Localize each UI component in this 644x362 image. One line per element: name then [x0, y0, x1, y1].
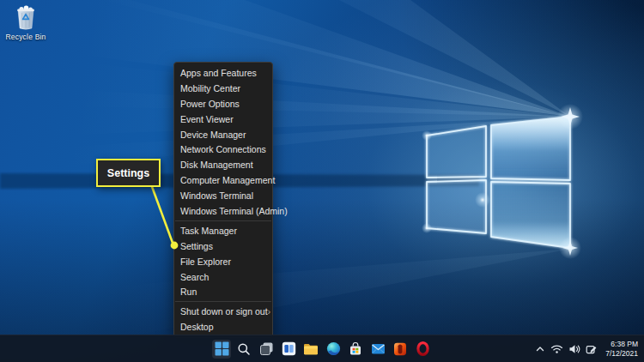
- menu-item-label: Search: [180, 272, 266, 282]
- hidden-icons-chevron-icon: [535, 344, 545, 354]
- menu-item-computer-management[interactable]: Computer Management: [174, 172, 272, 188]
- pen-icon: [586, 344, 598, 355]
- taskbar-clock[interactable]: 6:38 PM 7/12/2021: [605, 340, 638, 359]
- desktop-icon-recycle-bin[interactable]: Recycle Bin: [4, 5, 47, 41]
- menu-item-windows-terminal-admin[interactable]: Windows Terminal (Admin): [174, 203, 272, 219]
- menu-item-task-manager[interactable]: Task Manager: [174, 223, 272, 238]
- taskbar-icon-file-explorer[interactable]: [301, 340, 320, 359]
- tray-hidden-icons-chevron[interactable]: [535, 344, 545, 354]
- taskbar-icon-group: [212, 340, 432, 359]
- menu-item-label: Computer Management: [180, 175, 275, 185]
- opera-icon: [416, 341, 429, 356]
- office-icon: [393, 342, 407, 356]
- start-icon: [215, 341, 229, 356]
- menu-item-disk-management[interactable]: Disk Management: [174, 157, 272, 172]
- recycle-bin-label: Recycle Bin: [4, 33, 47, 41]
- menu-item-power-options[interactable]: Power Options: [174, 96, 272, 112]
- menu-item-shut-down-or-sign-out[interactable]: Shut down or sign out›: [174, 304, 272, 319]
- menu-item-search[interactable]: Search: [174, 269, 272, 285]
- menu-item-label: Task Manager: [180, 226, 266, 236]
- menu-item-file-explorer[interactable]: File Explorer: [174, 254, 272, 269]
- menu-item-label: Run: [180, 287, 266, 297]
- microsoft-store-icon: [349, 341, 362, 356]
- menu-item-mobility-center[interactable]: Mobility Center: [174, 81, 272, 96]
- windows-desktop: Recycle Bin Apps and FeaturesMobility Ce…: [0, 0, 644, 362]
- taskbar-icon-microsoft-store[interactable]: [346, 340, 365, 359]
- taskbar-icon-widgets[interactable]: [279, 340, 298, 359]
- taskbar-icon-start[interactable]: [212, 340, 231, 359]
- taskbar-icon-opera[interactable]: [413, 340, 432, 359]
- search-icon: [237, 342, 251, 356]
- menu-item-label: Device Manager: [180, 130, 266, 140]
- menu-item-label: Power Options: [180, 99, 266, 109]
- menu-item-label: Mobility Center: [180, 83, 266, 94]
- taskbar-icon-search[interactable]: [234, 340, 253, 359]
- volume-icon: [568, 344, 580, 354]
- menu-item-label: Network Connections: [180, 144, 266, 154]
- tray-icon-group: [535, 344, 598, 355]
- settings-callout-label: Settings: [107, 167, 149, 179]
- menu-separator: [175, 301, 271, 302]
- taskbar-icon-mail[interactable]: [368, 340, 387, 359]
- mail-icon: [371, 342, 386, 355]
- tray-volume[interactable]: [568, 344, 580, 354]
- menu-item-label: Desktop: [180, 322, 266, 332]
- taskbar-icon-edge[interactable]: [324, 340, 343, 359]
- menu-item-label: Event Viewer: [180, 114, 266, 124]
- menu-item-apps-and-features[interactable]: Apps and Features: [174, 65, 272, 81]
- submenu-chevron-icon: ›: [268, 307, 271, 317]
- menu-item-desktop[interactable]: Desktop: [174, 319, 272, 335]
- wifi-icon: [550, 344, 563, 354]
- taskbar: 6:38 PM 7/12/2021: [0, 335, 644, 362]
- taskbar-icon-task-view[interactable]: [257, 340, 276, 359]
- settings-callout: Settings: [96, 159, 161, 187]
- menu-item-label: Apps and Features: [180, 68, 266, 78]
- menu-separator: [175, 220, 271, 221]
- menu-item-settings[interactable]: Settings: [174, 238, 272, 254]
- menu-item-run[interactable]: Run: [174, 284, 272, 299]
- menu-item-label: File Explorer: [180, 256, 266, 267]
- menu-item-network-connections[interactable]: Network Connections: [174, 142, 272, 157]
- taskbar-icon-office[interactable]: [391, 340, 410, 359]
- menu-item-windows-terminal[interactable]: Windows Terminal: [174, 188, 272, 203]
- menu-item-event-viewer[interactable]: Event Viewer: [174, 112, 272, 127]
- winx-context-menu: Apps and FeaturesMobility CenterPower Op…: [173, 62, 273, 338]
- tray-pen[interactable]: [586, 344, 598, 355]
- file-explorer-icon: [303, 342, 319, 356]
- menu-item-label: Settings: [180, 241, 266, 251]
- menu-item-label: Windows Terminal (Admin): [180, 206, 288, 216]
- widgets-icon: [282, 341, 296, 356]
- edge-icon: [326, 341, 341, 356]
- menu-item-label: Windows Terminal: [180, 190, 266, 201]
- system-tray: 6:38 PM 7/12/2021: [535, 335, 638, 362]
- menu-item-label: Shut down or sign out: [180, 306, 268, 317]
- task-view-icon: [259, 341, 274, 356]
- clock-date: 7/12/2021: [605, 349, 638, 359]
- menu-item-device-manager[interactable]: Device Manager: [174, 127, 272, 142]
- recycle-bin-icon: [15, 5, 37, 31]
- menu-item-label: Disk Management: [180, 160, 266, 170]
- clock-time: 6:38 PM: [605, 340, 638, 349]
- tray-wifi[interactable]: [550, 344, 563, 354]
